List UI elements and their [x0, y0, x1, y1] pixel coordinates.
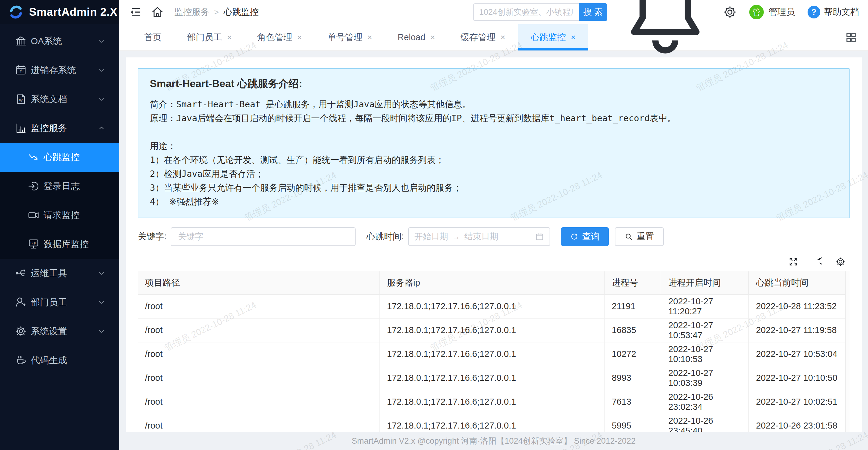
- sidebar-item-OA系统[interactable]: OA系统: [0, 27, 119, 56]
- monitor-chart-icon: [15, 122, 27, 134]
- cell-project-path: /root: [138, 414, 379, 432]
- avatar[interactable]: 管: [749, 5, 764, 19]
- sidebar-item-进销存系统[interactable]: ¥进销存系统: [0, 56, 119, 85]
- close-icon[interactable]: ×: [227, 33, 232, 42]
- reset-button[interactable]: 重置: [615, 227, 664, 246]
- tab-心跳监控[interactable]: 心跳监控×: [518, 24, 588, 51]
- sidebar-item-部门员工[interactable]: 部门员工: [0, 288, 119, 317]
- sidebar-submenu: 心跳监控登录日志请求监控SQL数据库监控: [0, 143, 119, 259]
- table-row[interactable]: /root172.18.0.1;172.17.16.6;127.0.0.1599…: [138, 414, 845, 432]
- settings-gear-icon[interactable]: [723, 5, 737, 19]
- tab-部门员工[interactable]: 部门员工×: [174, 24, 244, 51]
- heartbeat-trend-icon: [28, 151, 39, 163]
- cell-heartbeat-time: 2022-10-27 10:02:51: [749, 390, 845, 414]
- tab-首页[interactable]: 首页: [131, 24, 174, 51]
- close-icon[interactable]: ×: [571, 33, 576, 42]
- search-button[interactable]: 搜 索: [579, 3, 607, 21]
- cell-project-path: /root: [138, 390, 379, 414]
- start-date-placeholder[interactable]: 开始日期: [414, 231, 448, 242]
- cell-start-time: 2022-10-26 23:02:34: [661, 390, 749, 414]
- close-icon[interactable]: ×: [367, 33, 372, 42]
- invoice-icon: ¥: [15, 64, 27, 76]
- table-scrollbar[interactable]: [845, 271, 849, 432]
- tab-角色管理[interactable]: 角色管理×: [244, 24, 314, 51]
- content-card: Smart-Heart-Beat 心跳服务介绍: 简介：Smart-Heart-…: [126, 57, 862, 432]
- query-button[interactable]: 查询: [561, 227, 609, 246]
- sidebar-item-请求监控[interactable]: 请求监控: [0, 201, 119, 230]
- bell-icon[interactable]: [620, 0, 711, 57]
- sidebar-item-数据库监控[interactable]: SQL数据库监控: [0, 230, 119, 259]
- notifications[interactable]: 12: [620, 0, 711, 57]
- help-docs-link[interactable]: ? 帮助文档: [808, 6, 859, 19]
- end-date-placeholder[interactable]: 结束日期: [464, 231, 498, 242]
- breadcrumb-parent[interactable]: 监控服务: [174, 6, 209, 18]
- document-icon: W: [15, 93, 27, 105]
- ops-tools-icon: [15, 267, 27, 279]
- column-header-项目路径: 项目路径: [138, 271, 379, 294]
- intro-line: 4） ※强烈推荐※: [150, 194, 837, 209]
- sidebar-item-监控服务[interactable]: 监控服务: [0, 114, 119, 143]
- cell-start-time: 2022-10-27 10:10:53: [661, 342, 749, 366]
- sidebar-item-label: 心跳监控: [43, 151, 80, 163]
- cell-server-ip: 172.18.0.1;172.17.16.6;127.0.0.1: [379, 414, 604, 432]
- sidebar-item-代码生成[interactable]: 代码生成: [0, 346, 119, 375]
- refresh-table-icon[interactable]: [812, 257, 822, 267]
- close-icon[interactable]: ×: [500, 33, 505, 42]
- cell-start-time: 2022-10-26 23:45:40: [661, 414, 749, 432]
- search-input[interactable]: [473, 3, 579, 21]
- breadcrumb-current: 心跳监控: [224, 6, 259, 18]
- cell-start-time: 2022-10-27 11:20:27: [661, 294, 749, 318]
- keyword-input[interactable]: [171, 227, 355, 246]
- sidebar-item-label: 数据库监控: [43, 238, 89, 250]
- svg-text:¥: ¥: [19, 69, 22, 73]
- chevron-down-icon: [97, 298, 106, 307]
- cell-pid: 16835: [604, 318, 661, 342]
- table-row[interactable]: /root172.18.0.1;172.17.16.6;127.0.0.1761…: [138, 390, 845, 414]
- sidebar-item-心跳监控[interactable]: 心跳监控: [0, 143, 119, 172]
- time-label: 心跳时间:: [367, 231, 404, 243]
- cell-start-time: 2022-10-27 10:53:47: [661, 318, 749, 342]
- table-row[interactable]: /root172.18.0.1;172.17.16.6;127.0.0.1102…: [138, 342, 845, 366]
- cell-project-path: /root: [138, 294, 379, 318]
- sidebar-item-登录日志[interactable]: 登录日志: [0, 172, 119, 201]
- sidebar-item-系统设置[interactable]: 系统设置: [0, 317, 119, 346]
- close-icon[interactable]: ×: [430, 33, 435, 42]
- cell-start-time: 2022-10-27 10:03:39: [661, 366, 749, 390]
- menu-collapse-icon[interactable]: [129, 5, 142, 19]
- tab-单号管理[interactable]: 单号管理×: [315, 24, 385, 51]
- tab-label: 单号管理: [328, 31, 363, 43]
- cell-heartbeat-time: 2022-10-27 11:19:58: [749, 318, 845, 342]
- user-menu[interactable]: 管 管理员: [749, 5, 795, 19]
- fullscreen-icon[interactable]: [788, 257, 798, 267]
- login-log-icon: [28, 180, 39, 192]
- layout-grid-icon[interactable]: [845, 31, 857, 43]
- date-range-picker[interactable]: 开始日期 → 结束日期: [408, 227, 550, 246]
- home-icon[interactable]: [151, 5, 164, 19]
- tab-Reload[interactable]: Reload×: [385, 24, 448, 51]
- column-header-服务器ip: 服务器ip: [379, 271, 604, 294]
- range-arrow-icon: →: [452, 232, 460, 241]
- keyword-label: 关键字:: [138, 231, 166, 243]
- cell-project-path: /root: [138, 318, 379, 342]
- app-window: SmartAdmin 2.X OA系统¥进销存系统W系统文档监控服务心跳监控登录…: [0, 0, 868, 450]
- app-logo[interactable]: SmartAdmin 2.X: [0, 0, 119, 24]
- tab-缓存管理[interactable]: 缓存管理×: [448, 24, 518, 51]
- cell-pid: 21191: [604, 294, 661, 318]
- table-row[interactable]: /root172.18.0.1;172.17.16.6;127.0.0.1168…: [138, 318, 845, 342]
- cell-server-ip: 172.18.0.1;172.17.16.6;127.0.0.1: [379, 390, 604, 414]
- intro-line: 简介：Smart-Heart-Beat 是心跳服务，用于监测Java应用的状态等…: [150, 97, 837, 111]
- close-icon[interactable]: ×: [297, 33, 302, 42]
- sidebar-item-系统文档[interactable]: W系统文档: [0, 85, 119, 114]
- help-label: 帮助文档: [824, 6, 859, 18]
- sidebar-item-运维工具[interactable]: 运维工具: [0, 259, 119, 288]
- sidebar-item-label: 运维工具: [31, 267, 67, 279]
- breadcrumb: 监控服务 > 心跳监控: [174, 6, 259, 18]
- tabbar: 首页部门员工×角色管理×单号管理×Reload×缓存管理×心跳监控×: [119, 24, 868, 51]
- table-settings-icon[interactable]: [836, 257, 845, 267]
- tab-label: 角色管理: [257, 31, 292, 43]
- table-row[interactable]: /root172.18.0.1;172.17.16.6;127.0.0.1211…: [138, 294, 845, 318]
- sidebar-item-label: OA系统: [31, 35, 62, 48]
- table-row[interactable]: /root172.18.0.1;172.17.16.6;127.0.0.1899…: [138, 366, 845, 390]
- footer-text: SmartAdmin V2.x @copyright 河南·洛阳【1024创新实…: [352, 436, 636, 446]
- cell-project-path: /root: [138, 342, 379, 366]
